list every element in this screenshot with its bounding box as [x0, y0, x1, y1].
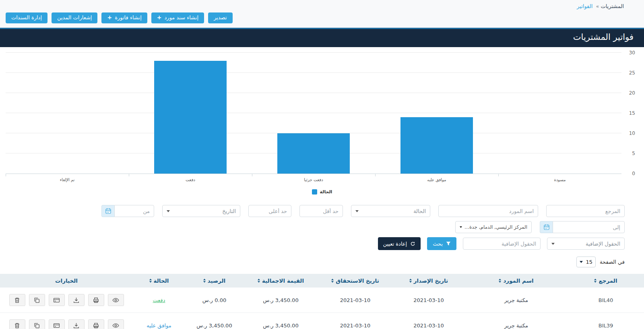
chart-x-axis: مسودةموافق عليهدفعت جزئيادفعتتم الإلغاء: [6, 174, 621, 183]
sort-icon: [149, 279, 152, 283]
sort-up-arrow: [149, 279, 152, 280]
issue-date-cell: 2021-03-10: [392, 288, 465, 313]
toolbar-button[interactable]: تصدير: [208, 12, 233, 23]
x-axis-category-label: تم الإلغاء: [6, 174, 129, 183]
calendar-icon[interactable]: [540, 221, 553, 233]
status-chart: 051015202530 مسودةموافق عليهدفعت جزئيادف…: [0, 47, 644, 196]
row-actions: [2, 294, 131, 306]
min-amount-input[interactable]: [299, 205, 343, 217]
trash-button[interactable]: [9, 319, 25, 329]
copy-button[interactable]: [29, 319, 45, 329]
chart-bar[interactable]: [154, 61, 227, 174]
y-axis-tick-label: 15: [629, 110, 635, 116]
actions-cell: [0, 313, 133, 329]
chart-bar[interactable]: [277, 133, 350, 174]
column-header-inner: المرجع: [594, 277, 617, 284]
date-from-input[interactable]: [114, 205, 154, 217]
toolbar-button[interactable]: إنشاء سند مورد+: [151, 12, 204, 23]
reference-input[interactable]: [546, 205, 625, 217]
sort-up-arrow: [331, 279, 334, 280]
invoices-table: المرجعاسم الموردتاريخ الإصدارتاريخ الاست…: [0, 274, 644, 329]
print-button[interactable]: [88, 319, 104, 329]
search-button[interactable]: بحث: [427, 237, 456, 250]
max-amount-input[interactable]: [248, 205, 291, 217]
download-button[interactable]: [68, 319, 85, 329]
sort-down-arrow: [203, 281, 206, 283]
column-header-label: المرجع: [599, 277, 617, 284]
status-link[interactable]: موافق عليه: [147, 323, 171, 329]
status-link[interactable]: دفعت: [153, 297, 165, 303]
supplier-name-input[interactable]: [438, 205, 538, 217]
extra-fields-input[interactable]: [463, 238, 541, 250]
sort-icon: [203, 279, 206, 283]
plus-icon: +: [157, 15, 162, 20]
x-axis-category-label: دفعت جزئيا: [252, 174, 375, 183]
search-button-label: بحث: [433, 241, 443, 247]
credit-card-button[interactable]: [49, 294, 65, 306]
y-axis-tick-label: 10: [629, 130, 635, 136]
column-header-label: اسم المورد: [503, 277, 533, 284]
column-header[interactable]: تاريخ الإصدار: [392, 274, 465, 288]
top-bar: المشتريات» الفواتير تصديرإنشاء سند مورد+…: [0, 0, 644, 28]
chevron-down-icon: [355, 210, 359, 212]
sort-icon: [499, 279, 501, 283]
chart-bars: [6, 53, 621, 174]
column-header[interactable]: المرجع: [568, 274, 644, 288]
status-select[interactable]: الحالة: [351, 205, 430, 217]
column-header-label: تاريخ الاستحقاق: [336, 277, 379, 284]
cost-center-multiselect[interactable]: المركز الرئيسي, الدمام, جدة, أبها, الخ: [455, 221, 532, 233]
page-title: فواتير المشتريات: [0, 28, 644, 47]
date-type-select[interactable]: التاريخ: [162, 205, 240, 217]
chart-plot-area: 051015202530: [6, 53, 638, 174]
date-to-group: [540, 221, 625, 233]
supplier-cell: مكتبة جرير: [465, 288, 568, 313]
date-to-input[interactable]: [553, 221, 625, 233]
y-axis-tick-label: 30: [629, 50, 635, 56]
actions-cell: [0, 288, 133, 313]
supplier-cell: مكتبة جرير: [465, 313, 568, 329]
toolbar-button[interactable]: إشعارات المدين: [52, 12, 97, 23]
per-page-select[interactable]: 15: [576, 257, 596, 267]
date-from-group: [101, 205, 154, 217]
toolbar-button-label: إشعارات المدين: [57, 14, 92, 21]
status-cell: دفعت: [133, 288, 185, 313]
sort-up-arrow: [258, 279, 260, 280]
breadcrumb-section[interactable]: المشتريات: [601, 3, 624, 9]
download-icon: [73, 322, 80, 329]
chevron-down-icon: [460, 226, 462, 228]
eye-button[interactable]: [108, 294, 124, 306]
copy-button[interactable]: [29, 294, 45, 306]
x-axis-category-label: مسودة: [498, 174, 621, 183]
trash-icon: [14, 297, 21, 304]
toolbar-button[interactable]: إدارة السندات: [6, 12, 47, 23]
column-header[interactable]: القيمة الاجمالية: [244, 274, 318, 288]
column-header[interactable]: اسم المورد: [465, 274, 568, 288]
toolbar-button[interactable]: إنشاء فاتورة+: [101, 12, 147, 23]
trash-button[interactable]: [9, 294, 25, 306]
sort-down-arrow: [331, 281, 334, 283]
reset-button[interactable]: إعادة تعيين: [378, 237, 421, 250]
extra-fields-select[interactable]: الحقول الإضافية: [547, 238, 625, 250]
column-header[interactable]: الحالة: [133, 274, 185, 288]
breadcrumb-current-page[interactable]: الفواتير: [577, 3, 592, 9]
credit-card-button[interactable]: [49, 319, 65, 329]
total-value-cell: 3,450.00 ر.س: [244, 313, 318, 329]
column-header[interactable]: الرصيد: [185, 274, 244, 288]
column-header-inner: الخيارات: [55, 277, 78, 284]
sort-up-arrow: [409, 279, 412, 280]
reset-button-label: إعادة تعيين: [383, 241, 407, 247]
y-axis-tick-label: 25: [629, 70, 635, 76]
chart-bar[interactable]: [400, 117, 473, 174]
calendar-icon[interactable]: [101, 205, 114, 217]
download-button[interactable]: [68, 294, 85, 306]
column-header[interactable]: تاريخ الاستحقاق: [318, 274, 392, 288]
eye-button[interactable]: [108, 319, 124, 329]
print-button[interactable]: [88, 294, 104, 306]
total-value-cell: 3,450.00 ر.س: [244, 288, 318, 313]
x-axis-category-label: موافق عليه: [375, 174, 498, 183]
column-header-inner: القيمة الاجمالية: [258, 277, 304, 284]
chart-legend[interactable]: الحالة: [0, 183, 644, 196]
reference-cell: BIL39: [568, 313, 644, 329]
copy-icon: [33, 322, 40, 329]
x-axis-category-label: دفعت: [129, 174, 252, 183]
